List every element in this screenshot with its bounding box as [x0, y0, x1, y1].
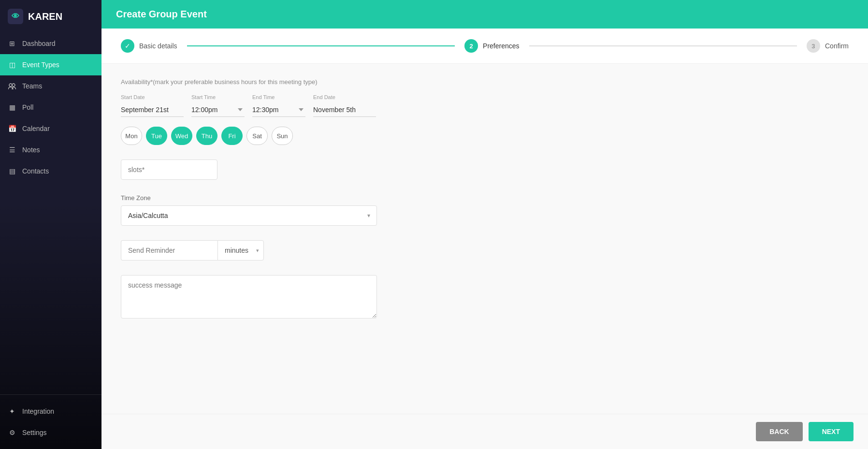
- sidebar-label-integration: Integration: [22, 407, 54, 415]
- step-3-circle: 3: [807, 39, 820, 53]
- next-button[interactable]: NEXT: [809, 422, 854, 441]
- svg-point-1: [12, 84, 15, 87]
- page-title: Create Group Event: [116, 9, 207, 19]
- reminder-unit-wrap: minutes hours days ▾: [217, 240, 264, 261]
- integration-icon: ✦: [8, 407, 16, 416]
- step-1-label: Basic details: [139, 42, 177, 50]
- day-buttons: MonTueWedThuFriSatSun: [121, 127, 849, 145]
- sidebar-label-notes: Notes: [22, 146, 40, 154]
- day-button-thu[interactable]: Thu: [196, 127, 217, 145]
- sidebar-label-calendar: Calendar: [22, 125, 50, 132]
- main-content: Create Group Event ✓ Basic details 2 Pre…: [101, 0, 868, 449]
- sidebar-item-poll[interactable]: ▦ Poll: [0, 97, 101, 118]
- teams-icon: [8, 82, 16, 90]
- sidebar-label-contacts: Contacts: [22, 167, 49, 175]
- calendar-icon: 📅: [8, 124, 16, 133]
- sidebar-item-integration[interactable]: ✦ Integration: [0, 401, 101, 422]
- reminder-row: minutes hours days ▾: [121, 240, 849, 261]
- start-date-label: Start Date: [121, 94, 184, 100]
- sidebar-item-teams[interactable]: Teams: [0, 75, 101, 97]
- app-name: KAREN: [28, 11, 62, 22]
- success-message-textarea[interactable]: [121, 275, 377, 319]
- sidebar-item-calendar[interactable]: 📅 Calendar: [0, 118, 101, 139]
- end-date-label: End Date: [313, 94, 376, 100]
- reminder-unit-select[interactable]: minutes hours days: [217, 240, 264, 261]
- dashboard-icon: ⊞: [8, 39, 16, 48]
- sidebar-item-event-types[interactable]: ◫ Event Types: [0, 54, 101, 75]
- day-button-fri[interactable]: Fri: [221, 127, 243, 145]
- app-logo-header: 👁 KAREN: [0, 0, 101, 33]
- form-area: Availability*(mark your preferable busin…: [101, 64, 868, 414]
- day-button-tue[interactable]: Tue: [146, 127, 167, 145]
- sidebar-item-notes[interactable]: ☰ Notes: [0, 139, 101, 160]
- datetime-row: Start Date Start Time 12:00pm 12:30pm 1:…: [121, 94, 849, 117]
- sidebar-label-poll: Poll: [22, 103, 33, 111]
- sidebar-label-dashboard: Dashboard: [22, 40, 56, 47]
- footer-bar: BACK NEXT: [101, 414, 868, 449]
- start-time-select[interactable]: 12:00pm 12:30pm 1:00pm: [191, 103, 245, 117]
- back-button[interactable]: BACK: [756, 422, 802, 441]
- timezone-select-wrap: Asia/Calcutta America/New_York Europe/Lo…: [121, 205, 377, 226]
- nav-items: ⊞ Dashboard ◫ Event Types Teams: [0, 33, 101, 394]
- step-2-label: Preferences: [483, 42, 519, 50]
- step-preferences: 2 Preferences: [464, 39, 519, 53]
- timezone-label: Time Zone: [121, 194, 849, 202]
- sidebar-label-teams: Teams: [22, 82, 42, 90]
- sidebar-bottom: ✦ Integration ⚙ Settings: [0, 394, 101, 449]
- step-2-circle: 2: [464, 39, 478, 53]
- day-button-sat[interactable]: Sat: [246, 127, 268, 145]
- app-logo: 👁: [8, 9, 23, 24]
- start-time-label: Start Time: [191, 94, 245, 100]
- start-date-input[interactable]: [121, 103, 184, 117]
- notes-icon: ☰: [8, 145, 16, 154]
- sidebar-item-contacts[interactable]: ▤ Contacts: [0, 160, 101, 182]
- sidebar-label-event-types: Event Types: [22, 61, 59, 69]
- start-date-group: Start Date: [121, 94, 184, 117]
- availability-label: Availability*(mark your preferable busin…: [121, 78, 849, 86]
- start-time-group: Start Time 12:00pm 12:30pm 1:00pm: [191, 94, 245, 117]
- slots-input[interactable]: [121, 159, 217, 180]
- end-date-group: End Date: [313, 94, 376, 117]
- reminder-input[interactable]: [121, 240, 217, 261]
- end-time-group: End Time 12:30pm 1:00pm 1:30pm: [252, 94, 305, 117]
- timezone-select[interactable]: Asia/Calcutta America/New_York Europe/Lo…: [121, 205, 377, 226]
- page-header: Create Group Event: [101, 0, 868, 29]
- sidebar-item-settings[interactable]: ⚙ Settings: [0, 422, 101, 443]
- step-3-label: Confirm: [825, 42, 849, 50]
- settings-icon: ⚙: [8, 428, 16, 437]
- step-confirm: 3 Confirm: [807, 39, 849, 53]
- poll-icon: ▦: [8, 103, 16, 112]
- end-time-label: End Time: [252, 94, 305, 100]
- step-1-circle: ✓: [121, 39, 134, 53]
- stepper: ✓ Basic details 2 Preferences 3 Confirm: [101, 29, 868, 64]
- contacts-icon: ▤: [8, 167, 16, 175]
- sidebar: 👁 KAREN ⊞ Dashboard ◫ Event Types: [0, 0, 101, 449]
- sidebar-label-settings: Settings: [22, 429, 47, 436]
- end-date-input[interactable]: [313, 103, 376, 117]
- sidebar-item-dashboard[interactable]: ⊞ Dashboard: [0, 33, 101, 54]
- svg-point-0: [9, 84, 12, 87]
- day-button-mon[interactable]: Mon: [121, 127, 142, 145]
- end-time-select[interactable]: 12:30pm 1:00pm 1:30pm: [252, 103, 305, 117]
- event-types-icon: ◫: [8, 60, 16, 69]
- day-button-wed[interactable]: Wed: [171, 127, 192, 145]
- step-basic-details: ✓ Basic details: [121, 39, 177, 53]
- day-button-sun[interactable]: Sun: [272, 127, 293, 145]
- step-line-1: [187, 45, 455, 46]
- step-line-2: [529, 45, 797, 46]
